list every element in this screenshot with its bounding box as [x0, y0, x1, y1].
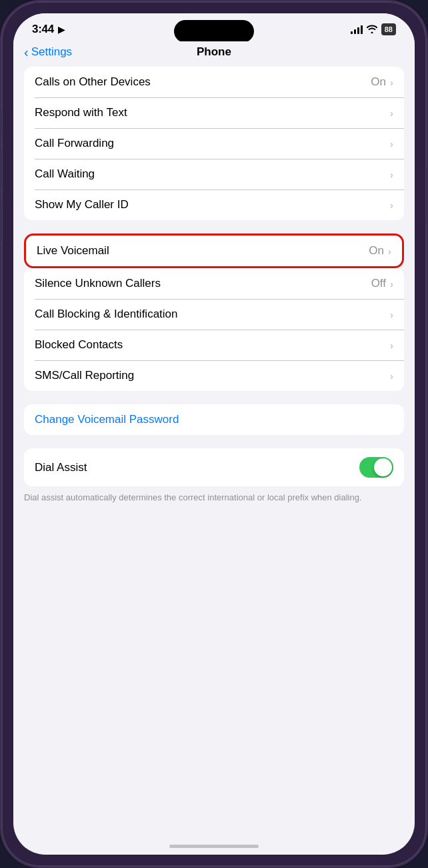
call-forwarding-row[interactable]: Call Forwarding › [24, 128, 404, 159]
respond-with-text-label: Respond with Text [35, 106, 389, 119]
back-label: Settings [31, 45, 72, 59]
chevron-icon: › [390, 169, 393, 180]
silence-unknown-callers-label: Silence Unknown Callers [35, 277, 371, 290]
status-bar: 3:44 ▶ 88 [13, 13, 415, 41]
home-indicator [169, 845, 259, 848]
chevron-icon: › [390, 77, 393, 88]
call-waiting-label: Call Waiting [35, 167, 389, 181]
dial-assist-label: Dial Assist [35, 461, 87, 474]
volume-up-button [0, 148, 2, 188]
silence-unknown-callers-row[interactable]: Silence Unknown Callers Off › [24, 268, 404, 299]
chevron-icon: › [390, 107, 393, 119]
chevron-icon: › [388, 246, 391, 257]
chevron-icon: › [390, 309, 393, 320]
respond-with-text-row[interactable]: Respond with Text › [24, 97, 404, 128]
settings-group-2-wrapper: Live Voicemail On › Silence Unknown Call… [24, 234, 404, 391]
blocked-contacts-row[interactable]: Blocked Contacts › [24, 330, 404, 360]
chevron-icon: › [390, 370, 393, 382]
back-chevron-icon: ‹ [24, 45, 29, 59]
dial-assist-toggle[interactable] [359, 457, 393, 478]
voicemail-password-group: Change Voicemail Password [24, 404, 404, 435]
dynamic-island [174, 20, 254, 43]
call-blocking-row[interactable]: Call Blocking & Identification › [24, 299, 404, 330]
row-right: › [389, 370, 393, 382]
call-blocking-label: Call Blocking & Identification [35, 308, 389, 321]
live-voicemail-value: On [369, 244, 384, 258]
dial-assist-group: Dial Assist [24, 448, 404, 486]
silent-switch [0, 108, 2, 135]
volume-down-button [0, 201, 2, 242]
row-right: › [389, 138, 393, 149]
row-right: › [389, 199, 393, 211]
time-label: 3:44 [32, 23, 54, 35]
blocked-contacts-label: Blocked Contacts [35, 338, 389, 352]
row-right: On › [371, 75, 393, 89]
live-voicemail-highlighted: Live Voicemail On › [24, 234, 404, 268]
settings-group-1: Calls on Other Devices On › Respond with… [24, 67, 404, 220]
calls-on-other-devices-value: On [371, 75, 386, 89]
location-icon: ▶ [58, 25, 65, 35]
change-voicemail-password-row[interactable]: Change Voicemail Password [24, 404, 404, 435]
signal-icon [351, 25, 363, 34]
settings-group-2-rest: Silence Unknown Callers Off › Call Block… [24, 268, 404, 391]
silence-unknown-callers-value: Off [371, 277, 386, 290]
row-right: On › [369, 244, 391, 258]
status-icons: 88 [351, 23, 396, 35]
show-my-caller-id-label: Show My Caller ID [35, 198, 389, 211]
row-right: › [389, 169, 393, 180]
dial-assist-description: Dial assist automatically determines the… [24, 492, 404, 504]
sms-call-reporting-label: SMS/Call Reporting [35, 369, 389, 382]
row-right: › [389, 340, 393, 351]
battery-icon: 88 [381, 23, 396, 35]
nav-header: ‹ Settings Phone [13, 41, 415, 67]
phone-frame: 3:44 ▶ 88 [0, 0, 428, 868]
chevron-icon: › [390, 278, 393, 290]
chevron-icon: › [390, 199, 393, 211]
battery-level: 88 [385, 25, 393, 33]
row-right: › [389, 107, 393, 119]
chevron-icon: › [390, 340, 393, 351]
call-forwarding-label: Call Forwarding [35, 137, 389, 150]
row-right: › [389, 309, 393, 320]
page-title: Phone [197, 45, 231, 59]
dial-assist-row: Dial Assist [24, 448, 404, 486]
phone-screen: 3:44 ▶ 88 [13, 13, 415, 855]
wifi-icon [367, 24, 377, 35]
live-voicemail-label: Live Voicemail [37, 244, 369, 258]
back-button[interactable]: ‹ Settings [24, 45, 72, 59]
live-voicemail-row[interactable]: Live Voicemail On › [26, 236, 402, 266]
change-voicemail-password-label: Change Voicemail Password [35, 413, 179, 426]
status-time: 3:44 ▶ [32, 23, 65, 36]
row-right: Off › [371, 277, 393, 290]
scroll-content[interactable]: Calls on Other Devices On › Respond with… [13, 67, 415, 855]
calls-on-other-devices-row[interactable]: Calls on Other Devices On › [24, 67, 404, 97]
call-waiting-row[interactable]: Call Waiting › [24, 159, 404, 189]
sms-call-reporting-row[interactable]: SMS/Call Reporting › [24, 360, 404, 391]
chevron-icon: › [390, 138, 393, 149]
show-my-caller-id-row[interactable]: Show My Caller ID › [24, 189, 404, 220]
calls-on-other-devices-label: Calls on Other Devices [35, 75, 371, 89]
